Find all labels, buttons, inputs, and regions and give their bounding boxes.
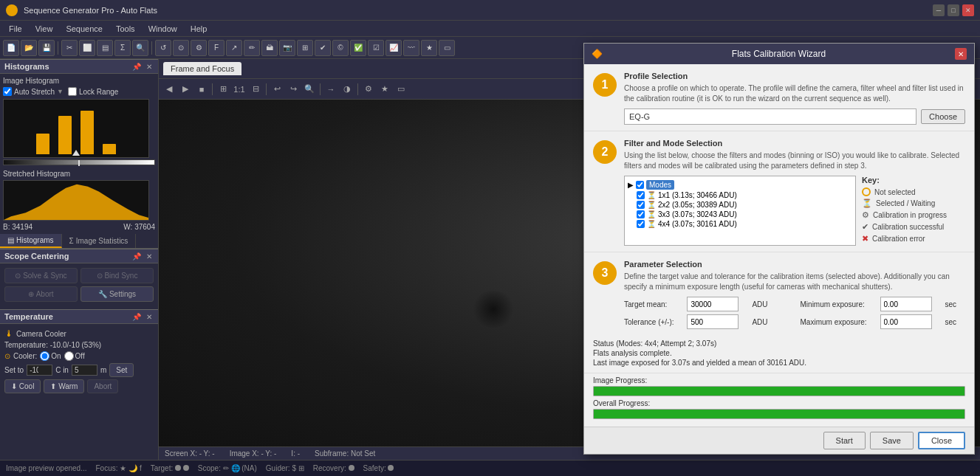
img-tb-fwd[interactable]: ▶ — [178, 82, 193, 97]
tb-new[interactable]: 📄 — [3, 40, 19, 56]
menu-window[interactable]: Window — [143, 23, 183, 35]
tb-camera[interactable]: 📷 — [279, 40, 295, 56]
tb-wave[interactable]: 〰 — [403, 40, 419, 56]
menu-tools[interactable]: Tools — [110, 23, 141, 35]
img-tb-zoom1[interactable]: 1:1 — [232, 82, 247, 97]
settings-button[interactable]: 🔧 Settings — [80, 286, 154, 302]
img-tb-half[interactable]: ◑ — [340, 82, 354, 97]
tree-4x4-checkbox[interactable] — [637, 220, 645, 228]
adu-label2: ADU — [752, 318, 776, 326]
temp-close-btn[interactable]: ✕ — [145, 313, 154, 321]
cool-button[interactable]: ⬇ Cool — [4, 379, 41, 393]
tb-zoom-in[interactable]: 🔍 — [132, 40, 148, 56]
temp-pin-btn[interactable]: 📌 — [131, 313, 143, 321]
hourglass-3x3-icon: ⏳ — [647, 210, 656, 218]
tb-chart[interactable]: 📈 — [386, 40, 402, 56]
set-button[interactable]: Set — [109, 363, 134, 377]
tree-3x3-checkbox[interactable] — [637, 210, 645, 218]
tb-f[interactable]: F — [208, 40, 225, 56]
img-tb-zoom-fit[interactable]: ⊞ — [216, 82, 230, 97]
tb-grid[interactable]: ⊞ — [297, 40, 313, 56]
tree-2x2-checkbox[interactable] — [637, 201, 645, 209]
tb-save[interactable]: 💾 — [38, 40, 55, 56]
max-exposure-input[interactable] — [880, 314, 932, 329]
histograms-pin-btn[interactable]: 📌 — [131, 63, 143, 71]
temp-abort-button[interactable]: Abort — [87, 379, 118, 393]
lock-range-label: Lock Range — [79, 88, 118, 96]
target-mean-input[interactable] — [687, 297, 739, 311]
hist-gradient-slider[interactable] — [3, 159, 155, 165]
menu-sequence[interactable]: Sequence — [60, 23, 109, 35]
img-tb-grid2[interactable]: ⊟ — [248, 82, 263, 97]
temp-minutes-input[interactable] — [72, 365, 97, 376]
tb-rotate[interactable]: ↺ — [155, 40, 171, 56]
tb-open[interactable]: 📂 — [21, 40, 37, 56]
key-empty-circle-icon — [862, 187, 871, 196]
tb-pencil[interactable]: ✏ — [244, 40, 260, 56]
tree-1x1-checkbox[interactable] — [637, 191, 645, 199]
menu-file[interactable]: File — [3, 23, 28, 35]
abort-button[interactable]: ⊕ Abort — [4, 286, 78, 302]
minimize-button[interactable]: ─ — [933, 4, 945, 16]
warm-button[interactable]: ⬆ Warm — [44, 379, 84, 393]
img-tb-zoom-out[interactable]: 🔍 — [302, 82, 317, 97]
tb-rect[interactable]: ▭ — [439, 40, 455, 56]
tb-ok[interactable]: ✅ — [350, 40, 366, 56]
close-wizard-button[interactable]: Close — [918, 432, 965, 449]
cooler-off-wrap[interactable]: Off — [64, 351, 85, 361]
cooler-off-radio[interactable] — [64, 351, 74, 361]
tb-gear[interactable]: ⚙ — [191, 40, 207, 56]
start-button[interactable]: Start — [823, 432, 866, 449]
temp-set-input[interactable] — [27, 365, 52, 376]
wizard-close-button[interactable]: ✕ — [955, 48, 967, 60]
min-exposure-input[interactable] — [880, 297, 932, 311]
tb-circle[interactable]: ⊙ — [173, 40, 189, 56]
image-histogram-label: Image Histogram — [3, 77, 155, 85]
lock-range-wrap[interactable]: Lock Range — [68, 87, 118, 96]
cooler-on-wrap[interactable]: On — [40, 351, 61, 361]
tab-histograms[interactable]: ▤ Histograms — [0, 234, 62, 248]
auto-stretch-checkbox[interactable] — [3, 87, 12, 96]
tb-check3[interactable]: ☑ — [368, 40, 384, 56]
img-tb-arrow[interactable]: → — [323, 82, 338, 97]
scope-pin-btn[interactable]: 📌 — [131, 252, 143, 261]
maximize-button[interactable]: □ — [948, 4, 959, 16]
img-tb-square[interactable]: ▭ — [394, 82, 408, 97]
tb-cursor[interactable]: ↗ — [226, 40, 242, 56]
tb-landscape[interactable]: 🏔 — [261, 40, 278, 56]
img-tb-redo[interactable]: ↪ — [286, 82, 301, 97]
tree-modes-checkbox[interactable] — [636, 181, 644, 189]
frame-focus-tab[interactable]: Frame and Focus — [163, 62, 241, 75]
menu-help[interactable]: Help — [185, 23, 213, 35]
histograms-close-btn[interactable]: ✕ — [145, 63, 154, 71]
tb-copy[interactable]: ⬜ — [79, 40, 95, 56]
img-tb-gear2[interactable]: ⚙ — [361, 82, 376, 97]
tb-star[interactable]: ★ — [421, 40, 437, 56]
scope-close-btn[interactable]: ✕ — [145, 252, 154, 261]
tolerance-input[interactable] — [687, 314, 739, 329]
tb-check2[interactable]: ✔ — [315, 40, 331, 56]
tb-bars[interactable]: ▤ — [97, 40, 113, 56]
lock-range-checkbox[interactable] — [68, 87, 77, 96]
auto-stretch-wrap[interactable]: Auto Stretch ▼ — [3, 87, 64, 96]
solve-sync-button[interactable]: ⊙ Solve & Sync — [4, 268, 78, 283]
tb-sigma[interactable]: Σ — [114, 40, 131, 56]
tb-clock[interactable]: © — [332, 40, 349, 56]
tb-cut[interactable]: ✂ — [61, 40, 78, 56]
img-tb-star2[interactable]: ★ — [377, 82, 392, 97]
profile-input[interactable] — [624, 108, 916, 125]
bind-sync-button[interactable]: ⊙ Bind Sync — [80, 268, 154, 283]
cooler-on-radio[interactable] — [40, 351, 49, 361]
key-cal-progress: ⚙ Calibration in progress — [862, 210, 965, 220]
menu-view[interactable]: View — [30, 23, 59, 35]
profile-row: Choose — [624, 108, 965, 125]
img-tb-back[interactable]: ◀ — [162, 82, 177, 97]
modes-label[interactable]: Modes — [646, 180, 674, 190]
tab-image-statistics[interactable]: Σ Image Statistics — [62, 234, 137, 248]
img-tb-undo[interactable]: ↩ — [270, 82, 284, 97]
img-tb-stop[interactable]: ■ — [194, 82, 209, 97]
save-button[interactable]: Save — [870, 432, 914, 449]
choose-button[interactable]: Choose — [921, 109, 965, 124]
window-controls: ─ □ ✕ — [933, 4, 974, 16]
close-button[interactable]: ✕ — [962, 4, 974, 16]
